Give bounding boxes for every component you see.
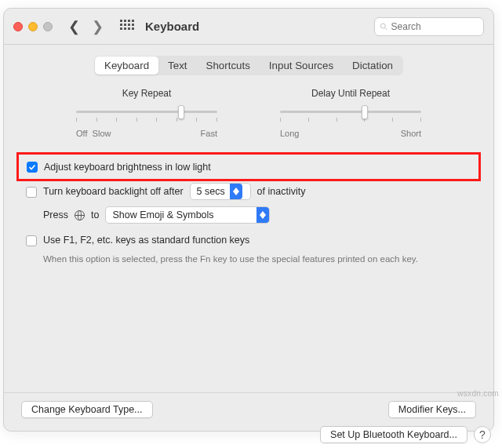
chevron-updown-icon [256, 207, 269, 223]
back-button[interactable]: ❮ [65, 18, 82, 35]
bottom-bar: Change Keyboard Type... Modifier Keys... [4, 392, 493, 431]
key-repeat-thumb[interactable] [178, 105, 184, 119]
tab-keyboard[interactable]: Keyboard [95, 56, 158, 75]
svg-line-1 [385, 27, 387, 30]
options-panel: Adjust keyboard brightness in low light … [4, 152, 493, 265]
search-field[interactable] [374, 17, 484, 36]
tab-bar: Keyboard Text Shortcuts Input Sources Di… [4, 45, 493, 83]
chevron-updown-icon [230, 184, 242, 199]
svg-marker-3 [233, 191, 239, 195]
delay-repeat-thumb[interactable] [362, 105, 368, 119]
key-repeat-slider[interactable]: Key Repeat Off Slow Fast [76, 88, 217, 138]
press-fn-row: Press to Show Emoji & Symbols [43, 206, 471, 224]
window-controls [13, 22, 53, 31]
sliders-row: Key Repeat Off Slow Fast Delay Until Rep… [4, 83, 493, 152]
titlebar: ❮ ❯ Keyboard [4, 9, 493, 45]
function-keys-row: Use F1, F2, etc. keys as standard functi… [26, 235, 471, 246]
minimize-icon[interactable] [28, 22, 38, 31]
keyboard-prefs-window: ❮ ❯ Keyboard Keyboard Text Shortcuts Inp… [3, 8, 494, 432]
svg-point-0 [380, 24, 385, 28]
tab-shortcuts[interactable]: Shortcuts [197, 56, 260, 75]
search-input[interactable] [391, 21, 478, 32]
adjust-brightness-row-highlighted: Adjust keyboard brightness in low light [16, 152, 481, 181]
window-title: Keyboard [145, 20, 199, 33]
adjust-brightness-checkbox[interactable] [27, 162, 38, 173]
modifier-keys-button[interactable]: Modifier Keys... [388, 401, 476, 418]
function-keys-label: Use F1, F2, etc. keys as standard functi… [43, 235, 249, 246]
tab-dictation[interactable]: Dictation [343, 56, 402, 75]
backlight-off-row: Turn keyboard backlight off after 5 secs… [26, 183, 471, 200]
search-icon [380, 22, 388, 31]
tab-text[interactable]: Text [158, 56, 196, 75]
footer-actions: Set Up Bluetooth Keyboard... ? [320, 426, 491, 443]
zoom-icon[interactable] [43, 22, 53, 31]
delay-repeat-slider[interactable]: Delay Until Repeat Long Short [280, 88, 421, 138]
help-button[interactable]: ? [474, 426, 491, 443]
all-prefs-icon[interactable] [120, 20, 134, 34]
fn-action-popup[interactable]: Show Emoji & Symbols [105, 206, 270, 224]
change-keyboard-type-button[interactable]: Change Keyboard Type... [21, 401, 153, 418]
close-icon[interactable] [13, 22, 23, 31]
adjust-brightness-label: Adjust keyboard brightness in low light [44, 162, 211, 173]
function-keys-help: When this option is selected, press the … [43, 253, 471, 265]
svg-marker-5 [260, 215, 266, 219]
backlight-off-checkbox[interactable] [26, 187, 37, 198]
tab-input-sources[interactable]: Input Sources [260, 56, 343, 75]
setup-bluetooth-button[interactable]: Set Up Bluetooth Keyboard... [320, 426, 467, 443]
backlight-delay-popup[interactable]: 5 secs [190, 183, 251, 200]
function-keys-checkbox[interactable] [26, 235, 37, 246]
watermark: wsxdn.com [457, 389, 499, 398]
forward-button[interactable]: ❯ [89, 18, 106, 35]
globe-icon [75, 210, 85, 220]
